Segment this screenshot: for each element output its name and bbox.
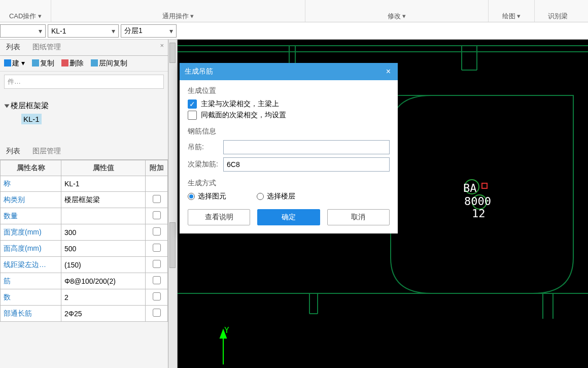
prop-panel-tabs: 列表 图层管理 — [0, 144, 168, 160]
property-table: 属性名称 属性值 附加 称KL-1构类别楼层框架梁数量面宽度(mm)300面高度… — [0, 160, 168, 322]
ok-button[interactable]: 确定 — [257, 209, 320, 225]
generate-stirrup-dialog: 生成吊筋 × 生成位置 ✓ 主梁与次梁相交，主梁上 同截面的次梁相交，均设置 钢… — [180, 63, 398, 233]
ribbon-group-recognize[interactable]: 识别梁 — [535, 0, 580, 22]
prop-extra-checkbox[interactable] — [146, 289, 168, 306]
section-rebar-title: 钢筋信息 — [188, 127, 390, 136]
checkbox-checked-icon: ✓ — [188, 99, 197, 109]
tree-root[interactable]: 楼层框架梁 — [5, 101, 164, 111]
help-button[interactable]: 查看说明 — [188, 209, 250, 225]
section-mode-title: 生成方式 — [188, 179, 390, 188]
canvas-text-ba: BA — [463, 182, 477, 194]
col-name: 属性名称 — [1, 160, 61, 176]
checkbox-unchecked-icon — [188, 111, 197, 120]
dropdown-1[interactable]: ▾ — [0, 24, 46, 38]
table-row[interactable]: 面高度(mm)500 — [1, 241, 168, 257]
delete-button[interactable]: 删除 — [61, 59, 84, 68]
prop-extra-checkbox[interactable] — [146, 176, 168, 192]
search-input[interactable]: 件… — [4, 75, 164, 89]
ribbon-group-general[interactable]: 通用操作 — [51, 0, 305, 22]
col-extra: 附加 — [146, 160, 168, 176]
ribbon-group-modify[interactable]: 修改 — [305, 0, 488, 22]
canvas-text-8000: 8000 — [464, 195, 491, 208]
prop-value[interactable] — [61, 208, 146, 224]
table-row[interactable]: 数量 — [1, 208, 168, 224]
prop-value[interactable]: (150) — [61, 257, 146, 273]
prop-name: 部通长筋 — [1, 306, 61, 322]
vertical-scrollbar[interactable] — [168, 40, 178, 368]
checkbox-main-sub-beam[interactable]: ✓ 主梁与次梁相交，主梁上 — [188, 99, 390, 109]
input-ci-liang[interactable] — [223, 157, 390, 172]
layer-copy-button[interactable]: 层间复制 — [91, 59, 127, 68]
ribbon: CAD操作 通用操作 修改 绘图 识别梁 — [0, 0, 588, 22]
checkbox-same-section[interactable]: 同截面的次梁相交，均设置 — [188, 111, 390, 120]
label-ci-liang: 次梁加筋: — [188, 160, 223, 169]
prop-name: 称 — [1, 176, 61, 192]
tree-node-kl1[interactable]: KL-1 — [21, 114, 42, 124]
table-row[interactable]: 称KL-1 — [1, 176, 168, 192]
col-value: 属性值 — [61, 160, 146, 176]
prop-name: 数量 — [1, 208, 61, 224]
triangle-down-icon — [5, 104, 10, 108]
tab-list[interactable]: 列表 — [0, 40, 26, 55]
dropdown-bar: ▾ KL-1▾ 分层1▾ — [0, 22, 588, 40]
prop-value[interactable]: 2 — [61, 289, 146, 306]
prop-extra-checkbox[interactable] — [146, 224, 168, 241]
prop-value[interactable]: 楼层框架梁 — [61, 192, 146, 208]
prop-name: 线距梁左边… — [1, 257, 61, 273]
caret-down-icon: ▾ — [107, 27, 115, 35]
prop-value[interactable]: 2Φ25 — [61, 306, 146, 322]
prop-name: 筋 — [1, 273, 61, 289]
cancel-button[interactable]: 取消 — [327, 209, 390, 225]
tab-prop-list[interactable]: 列表 — [0, 144, 26, 159]
axis-y-label: Y — [224, 325, 229, 335]
prop-extra-checkbox[interactable] — [146, 241, 168, 257]
dropdown-2[interactable]: KL-1▾ — [48, 24, 119, 38]
tree-area: 楼层框架梁 KL-1 — [0, 92, 168, 129]
list-panel-tabs: 列表 图纸管理 × — [0, 40, 168, 56]
panel-close-icon[interactable]: × — [156, 40, 168, 55]
dialog-title-text: 生成吊筋 — [185, 67, 213, 76]
table-row[interactable]: 构类别楼层框架梁 — [1, 192, 168, 208]
tab-layer-mgmt[interactable]: 图层管理 — [26, 144, 67, 159]
prop-extra-checkbox[interactable] — [146, 208, 168, 224]
prop-extra-checkbox[interactable] — [146, 306, 168, 322]
prop-value[interactable]: 500 — [61, 241, 146, 257]
radio-select-element[interactable]: 选择图元 — [188, 192, 226, 201]
prop-value[interactable]: 300 — [61, 224, 146, 241]
section-position-title: 生成位置 — [188, 86, 390, 95]
prop-name: 数 — [1, 289, 61, 306]
dialog-titlebar[interactable]: 生成吊筋 × — [180, 63, 398, 80]
radio-select-floor[interactable]: 选择楼层 — [257, 192, 295, 201]
prop-value[interactable]: KL-1 — [61, 176, 146, 192]
input-diao-jin[interactable] — [223, 140, 390, 154]
table-row[interactable]: 数2 — [1, 289, 168, 306]
prop-value[interactable]: Φ8@100/200(2) — [61, 273, 146, 289]
tab-drawing-mgmt[interactable]: 图纸管理 — [26, 40, 67, 55]
prop-name: 构类别 — [1, 192, 61, 208]
new-button[interactable]: 建 ▾ — [4, 59, 25, 68]
dropdown-3[interactable]: 分层1▾ — [121, 24, 177, 38]
prop-extra-checkbox[interactable] — [146, 192, 168, 208]
copy-button[interactable]: 复制 — [32, 59, 54, 68]
left-sidebar: 列表 图纸管理 × 建 ▾ 复制 删除 层间复制 件… 楼层框架梁 — [0, 40, 168, 368]
prop-name: 面宽度(mm) — [1, 224, 61, 241]
canvas-text-12: 12 — [472, 207, 486, 220]
ribbon-group-draw[interactable]: 绘图 — [489, 0, 534, 22]
list-toolbar: 建 ▾ 复制 删除 层间复制 — [0, 56, 168, 72]
prop-extra-checkbox[interactable] — [146, 273, 168, 289]
svg-rect-15 — [482, 183, 487, 188]
prop-name: 面高度(mm) — [1, 241, 61, 257]
close-icon[interactable]: × — [384, 67, 393, 76]
table-row[interactable]: 部通长筋2Φ25 — [1, 306, 168, 322]
table-row[interactable]: 面宽度(mm)300 — [1, 224, 168, 241]
radio-on-icon — [188, 193, 195, 200]
caret-down-icon: ▾ — [164, 27, 173, 35]
table-row[interactable]: 筋Φ8@100/200(2) — [1, 273, 168, 289]
prop-extra-checkbox[interactable] — [146, 257, 168, 273]
radio-off-icon — [257, 193, 264, 200]
label-diao-jin: 吊筋: — [188, 143, 223, 152]
ribbon-group-cad[interactable]: CAD操作 — [0, 0, 51, 22]
table-row[interactable]: 线距梁左边…(150) — [1, 257, 168, 273]
caret-down-icon: ▾ — [33, 27, 42, 35]
